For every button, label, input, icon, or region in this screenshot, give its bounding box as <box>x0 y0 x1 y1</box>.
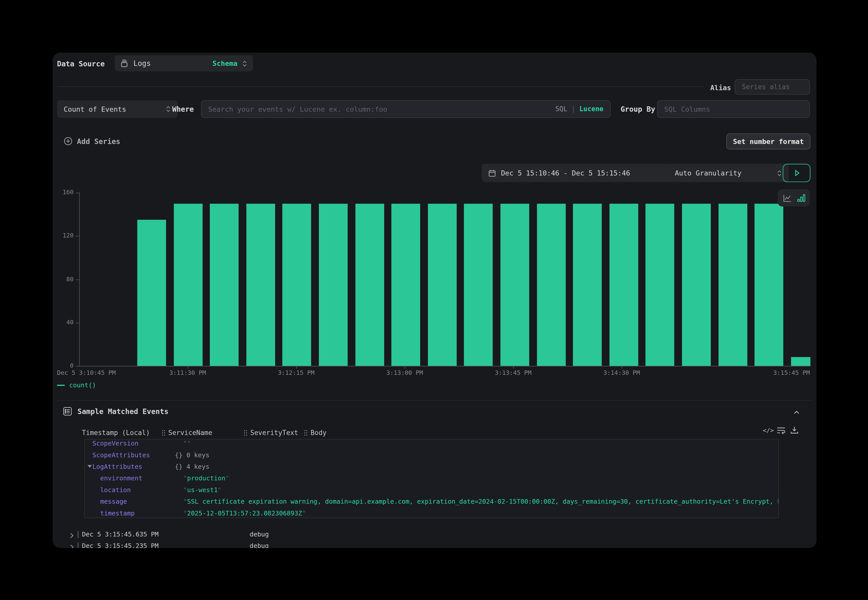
detail-key: LogAttributes <box>92 463 142 470</box>
y-tick <box>76 323 79 323</box>
add-series-label: Add Series <box>77 137 120 145</box>
x-tick <box>296 367 297 369</box>
bar <box>246 203 275 366</box>
logs-icon <box>120 59 128 67</box>
detail-value: {} 0 keys <box>175 451 209 459</box>
y-tick <box>76 366 79 367</box>
detail-key: ScopeAttributes <box>92 451 150 459</box>
bar <box>754 203 783 366</box>
bar <box>500 203 529 366</box>
bar <box>645 203 674 366</box>
event-row[interactable]: Dec 5 3:15:45.635 PMdebug <box>53 529 816 540</box>
group-by-label: Group By <box>621 105 655 114</box>
column-header-timestamp-local-[interactable]: Timestamp (Local) <box>82 429 150 437</box>
bar <box>791 357 810 366</box>
x-tick <box>404 367 405 369</box>
row-expand-chevron-icon[interactable] <box>69 542 75 548</box>
app-stage: Data Source Logs Schema Alias Count of E… <box>0 0 868 600</box>
set-number-format-button[interactable]: Set number format <box>726 133 810 150</box>
column-label: SeverityText <box>250 429 298 437</box>
bar-chart-plot <box>79 192 810 367</box>
column-header-severitytext[interactable]: SeverityText <box>244 429 298 437</box>
bar <box>391 203 420 366</box>
drag-handle-icon[interactable] <box>244 430 247 436</box>
detail-value: "" <box>183 439 191 447</box>
alias-input[interactable] <box>735 79 810 94</box>
detail-row-timestamp: timestamp"2025-12-05T13:57:23.082306893Z… <box>85 507 778 518</box>
detail-value: "SSL certificate expiration warning, dom… <box>183 497 779 505</box>
y-tick <box>76 192 79 193</box>
bar <box>319 203 348 366</box>
detail-value: "2025-12-05T13:57:23.082306893Z" <box>183 509 306 517</box>
column-header-servicename[interactable]: ServiceName <box>162 429 212 437</box>
y-tick <box>76 279 79 280</box>
sql-option[interactable]: SQL <box>556 105 568 113</box>
line-chart-icon[interactable] <box>782 194 791 202</box>
run-query-button[interactable] <box>783 164 810 182</box>
download-icon[interactable] <box>790 426 799 435</box>
schema-link[interactable]: Schema <box>212 59 238 67</box>
x-tick-label: 3:14:30 PM <box>577 369 666 376</box>
collapse-chevron-icon[interactable] <box>793 409 800 416</box>
event-timestamp: Dec 5 3:15:45.635 PM <box>82 530 159 538</box>
column-label: ServiceName <box>168 429 212 437</box>
bar <box>283 203 311 366</box>
drag-handle-icon[interactable] <box>304 430 308 436</box>
play-icon <box>792 169 801 177</box>
detail-row-ScopeVersion: ScopeVersion"" <box>85 439 778 449</box>
x-tick-label: 3:13:00 PM <box>361 369 449 376</box>
time-range-value: Dec 5 15:10:46 - Dec 5 15:15:46 <box>501 169 630 177</box>
calendar-icon <box>488 169 496 177</box>
alias-label: Alias <box>710 83 731 92</box>
group-by-input[interactable] <box>657 100 810 118</box>
bar <box>428 203 456 366</box>
detail-key: location <box>100 486 131 494</box>
bar <box>137 220 166 366</box>
event-row[interactable]: Dec 5 3:15:45.235 PMdebug <box>53 540 816 548</box>
search-input[interactable] <box>201 100 610 118</box>
section-divider <box>57 400 812 401</box>
bar <box>609 203 638 366</box>
chart-type-toggle <box>778 189 810 206</box>
event-timestamp: Dec 5 3:15:45.235 PM <box>82 542 159 548</box>
column-label: Timestamp (Local) <box>82 429 150 437</box>
add-series-button[interactable]: Add Series <box>64 137 120 146</box>
query-language-toggle[interactable]: SQL | Lucene <box>556 105 603 113</box>
time-range-picker[interactable]: Dec 5 15:10:46 - Dec 5 15:15:46 <box>482 164 675 182</box>
column-header-body[interactable]: Body <box>304 429 326 437</box>
code-view-icon[interactable]: </> <box>763 427 774 434</box>
y-tick-label: 120 <box>53 232 74 239</box>
bar <box>355 203 384 366</box>
event-severity: debug <box>250 542 269 548</box>
data-source-select[interactable]: Logs Schema <box>115 55 253 71</box>
bar-chart-icon[interactable] <box>797 194 805 202</box>
chevron-updown-icon <box>165 105 171 113</box>
language-separator: | <box>571 105 576 113</box>
drag-handle-icon[interactable] <box>162 430 165 436</box>
y-tick-label: 40 <box>53 319 74 326</box>
row-expand-chevron-icon[interactable] <box>69 531 75 541</box>
detail-key: message <box>100 497 127 505</box>
aggregation-select[interactable]: Count of Events <box>57 100 178 118</box>
x-tick-label: Dec 5 3:10:45 PM <box>57 369 116 376</box>
wrap-lines-icon[interactable] <box>777 426 786 435</box>
aggregation-value: Count of Events <box>64 105 126 113</box>
detail-row-LogAttributes[interactable]: LogAttributes{} 4 keys <box>85 461 778 472</box>
severity-indicator <box>77 531 79 538</box>
detail-row-location: location"us-west1" <box>85 484 778 495</box>
detail-value: "us-west1" <box>183 486 222 494</box>
data-source-label: Data Source <box>57 60 105 68</box>
detail-key: timestamp <box>100 509 135 517</box>
granularity-select[interactable]: Auto Granularity <box>668 164 789 182</box>
granularity-value: Auto Granularity <box>675 169 741 177</box>
detail-row-ScopeAttributes: ScopeAttributes{} 0 keys <box>85 449 778 461</box>
event-severity: debug <box>250 530 269 538</box>
lucene-option[interactable]: Lucene <box>579 105 603 113</box>
x-tick-label: 3:13:45 PM <box>469 369 557 376</box>
detail-key: ScopeVersion <box>92 439 139 447</box>
chevron-updown-icon <box>242 59 247 67</box>
detail-value: {} 4 keys <box>175 463 209 470</box>
bar <box>210 203 238 366</box>
expand-triangle-icon[interactable] <box>87 465 92 468</box>
legend-series-label: count() <box>69 382 96 389</box>
